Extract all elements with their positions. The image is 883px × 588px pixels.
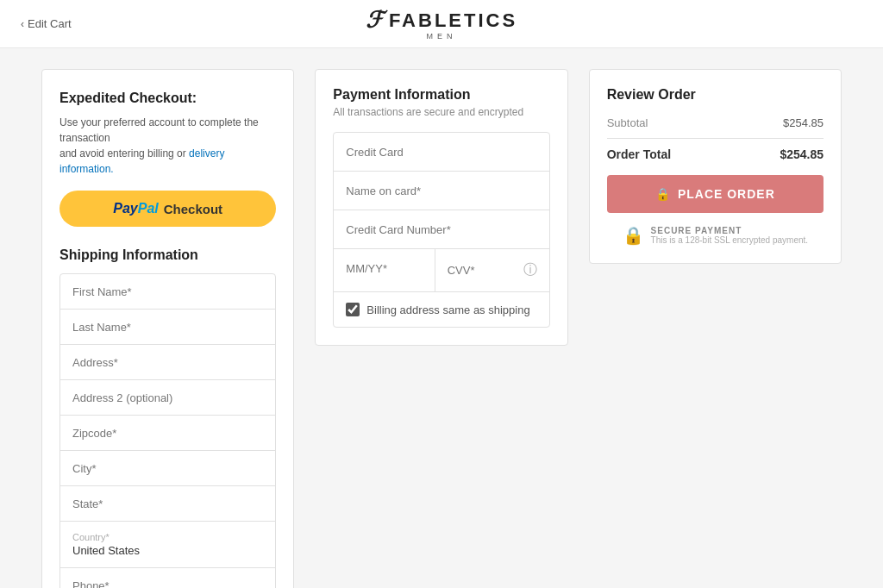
expiry-cvv-row: ⓘ bbox=[334, 249, 548, 292]
secure-lock-icon: 🔒 bbox=[623, 225, 644, 246]
logo: ℱ FABLETICS MEN bbox=[366, 7, 517, 41]
place-order-button[interactable]: 🔒 PLACE ORDER bbox=[607, 175, 824, 213]
credit-card-type-field[interactable] bbox=[334, 133, 548, 172]
expiry-field[interactable] bbox=[334, 249, 435, 291]
credit-card-type-input[interactable] bbox=[346, 146, 536, 159]
secure-payment-info: 🔒 SECURE PAYMENT This is a 128-bit SSL e… bbox=[607, 225, 824, 246]
state-input[interactable] bbox=[72, 497, 263, 510]
billing-same-label: Billing address same as shipping bbox=[366, 303, 529, 316]
edit-cart-label: Edit Cart bbox=[28, 17, 72, 30]
left-column: Expedited Checkout: Use your preferred a… bbox=[41, 69, 294, 588]
country-label: Country* bbox=[72, 532, 263, 542]
country-field[interactable]: Country* United States bbox=[60, 522, 275, 568]
paypal-pal-text: Pal bbox=[138, 201, 159, 216]
zipcode-input[interactable] bbox=[72, 427, 263, 440]
last-name-input[interactable] bbox=[72, 321, 263, 334]
place-order-label: PLACE ORDER bbox=[678, 187, 775, 201]
order-total-label: Order Total bbox=[607, 147, 671, 161]
middle-column: Payment Information All transactions are… bbox=[315, 69, 567, 346]
address2-field[interactable] bbox=[60, 380, 275, 416]
paypal-checkout-label: Checkout bbox=[164, 202, 222, 216]
edit-cart-link[interactable]: ‹ Edit Cart bbox=[21, 17, 72, 30]
expiry-input[interactable] bbox=[346, 262, 422, 275]
secure-text: SECURE PAYMENT This is a 128-bit SSL enc… bbox=[651, 226, 809, 245]
secure-desc: This is a 128-bit SSL encrypted payment. bbox=[651, 235, 809, 245]
logo-text: ℱ FABLETICS bbox=[366, 7, 517, 34]
logo-f-icon: ℱ bbox=[366, 7, 385, 34]
address-field[interactable] bbox=[60, 345, 275, 380]
expedited-desc: Use your preferred account to complete t… bbox=[59, 115, 276, 177]
order-divider bbox=[607, 138, 824, 139]
last-name-field[interactable] bbox=[60, 310, 275, 345]
phone-field[interactable] bbox=[60, 568, 275, 588]
cvv-info-icon[interactable]: ⓘ bbox=[523, 261, 537, 279]
shipping-form: Country* United States bbox=[59, 273, 276, 588]
shipping-title: Shipping Information bbox=[59, 247, 276, 263]
name-on-card-input[interactable] bbox=[346, 185, 536, 197]
paypal-pay-text: Pay bbox=[113, 201, 137, 216]
logo-main: FABLETICS bbox=[389, 9, 517, 32]
address2-input[interactable] bbox=[72, 391, 263, 404]
first-name-field[interactable] bbox=[60, 274, 275, 310]
secure-label: SECURE PAYMENT bbox=[651, 226, 809, 235]
paypal-logo: PayPal bbox=[113, 201, 158, 216]
payment-title: Payment Information bbox=[333, 87, 549, 103]
order-total-value: $254.85 bbox=[780, 147, 824, 161]
city-field[interactable] bbox=[60, 451, 275, 486]
address-input[interactable] bbox=[72, 356, 263, 369]
subtotal-value: $254.85 bbox=[783, 116, 824, 129]
delivery-link[interactable]: delivery information. bbox=[59, 147, 224, 175]
right-column: Review Order Subtotal $254.85 Order Tota… bbox=[589, 69, 842, 264]
phone-input[interactable] bbox=[72, 579, 263, 588]
order-total-row: Order Total $254.85 bbox=[607, 147, 824, 161]
payment-subtitle: All transactions are secure and encrypte… bbox=[333, 106, 549, 118]
expedited-desc-line1: Use your preferred account to complete t… bbox=[59, 116, 259, 144]
payment-form: ⓘ Billing address same as shipping bbox=[333, 132, 549, 328]
first-name-input[interactable] bbox=[72, 285, 263, 298]
subtotal-label: Subtotal bbox=[607, 116, 648, 129]
subtotal-row: Subtotal $254.85 bbox=[607, 116, 824, 129]
chevron-left-icon: ‹ bbox=[21, 18, 24, 30]
logo-sub: MEN bbox=[426, 32, 456, 41]
country-value: United States bbox=[72, 544, 263, 557]
review-title: Review Order bbox=[607, 87, 824, 103]
billing-same-row: Billing address same as shipping bbox=[334, 292, 548, 327]
name-on-card-field[interactable] bbox=[334, 172, 548, 210]
zipcode-field[interactable] bbox=[60, 416, 275, 451]
main-content: Expedited Checkout: Use your preferred a… bbox=[28, 48, 855, 588]
lock-icon: 🔒 bbox=[655, 187, 671, 201]
card-number-input[interactable] bbox=[346, 223, 536, 236]
cvv-input[interactable] bbox=[448, 264, 517, 277]
page-header: ‹ Edit Cart ℱ FABLETICS MEN bbox=[0, 0, 883, 48]
expedited-title: Expedited Checkout: bbox=[59, 91, 276, 106]
card-number-field[interactable] bbox=[334, 210, 548, 249]
state-field[interactable] bbox=[60, 486, 275, 522]
expedited-desc-line2: and avoid entering billing or delivery i… bbox=[59, 147, 224, 175]
cvv-field[interactable]: ⓘ bbox=[435, 249, 549, 291]
paypal-checkout-button[interactable]: PayPal Checkout bbox=[59, 191, 276, 227]
billing-same-checkbox[interactable] bbox=[346, 303, 360, 316]
city-input[interactable] bbox=[72, 462, 263, 475]
